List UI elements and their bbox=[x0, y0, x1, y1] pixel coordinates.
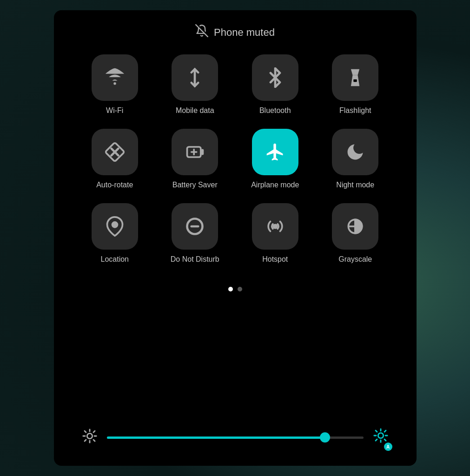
airplane-mode-label: Airplane mode bbox=[251, 181, 299, 189]
brightness-row: A bbox=[82, 423, 389, 452]
mobile-data-label: Mobile data bbox=[176, 106, 214, 115]
brightness-thumb[interactable] bbox=[320, 432, 330, 443]
tile-auto-rotate[interactable]: Auto-rotate bbox=[82, 129, 148, 189]
svg-line-22 bbox=[93, 440, 95, 441]
tile-wifi[interactable]: Wi-Fi bbox=[82, 54, 148, 115]
tile-grayscale[interactable]: Grayscale bbox=[322, 203, 389, 264]
quick-settings-panel: Phone muted Wi-Fi bbox=[54, 10, 417, 466]
battery-saver-label: Battery Saver bbox=[172, 181, 218, 189]
flashlight-icon-bg bbox=[332, 54, 378, 101]
pagination-dots bbox=[228, 287, 242, 291]
do-not-disturb-label: Do Not Disturb bbox=[171, 255, 219, 264]
auto-brightness-badge: A bbox=[384, 443, 392, 451]
tile-bluetooth[interactable]: Bluetooth bbox=[242, 54, 309, 115]
location-icon-bg bbox=[92, 203, 138, 250]
bluetooth-icon-bg bbox=[252, 54, 298, 101]
svg-rect-3 bbox=[354, 79, 357, 82]
svg-line-0 bbox=[196, 25, 208, 37]
svg-point-25 bbox=[378, 433, 383, 438]
svg-line-33 bbox=[384, 430, 386, 432]
svg-line-30 bbox=[375, 430, 377, 432]
battery-saver-icon-bg bbox=[172, 129, 218, 175]
pagination-dot-1[interactable] bbox=[228, 287, 233, 291]
tile-battery-saver[interactable]: Battery Saver bbox=[162, 129, 228, 189]
tile-mobile-data[interactable]: Mobile data bbox=[162, 54, 228, 115]
night-mode-icon-bg bbox=[332, 129, 378, 175]
quick-settings-grid: Wi-Fi Mobile data Bluetooth bbox=[82, 54, 389, 264]
svg-line-31 bbox=[384, 439, 386, 441]
bluetooth-label: Bluetooth bbox=[259, 106, 291, 115]
svg-line-21 bbox=[84, 430, 86, 432]
grayscale-label: Grayscale bbox=[338, 255, 372, 264]
svg-point-16 bbox=[87, 433, 92, 438]
wifi-label: Wi-Fi bbox=[106, 106, 123, 115]
hotspot-icon-bg bbox=[252, 203, 298, 250]
flashlight-label: Flashlight bbox=[339, 106, 371, 115]
airplane-mode-icon-bg bbox=[252, 129, 298, 175]
mobile-data-icon-bg bbox=[172, 54, 218, 101]
tile-flashlight[interactable]: Flashlight bbox=[322, 54, 389, 115]
pagination-dot-2[interactable] bbox=[238, 287, 242, 291]
brightness-track[interactable] bbox=[107, 436, 364, 439]
svg-line-24 bbox=[93, 430, 95, 432]
location-label: Location bbox=[101, 255, 129, 264]
svg-line-32 bbox=[375, 439, 377, 441]
tile-night-mode[interactable]: Night mode bbox=[322, 129, 389, 189]
svg-line-23 bbox=[84, 440, 86, 441]
auto-rotate-label: Auto-rotate bbox=[96, 181, 133, 189]
brightness-low-icon bbox=[82, 428, 98, 447]
tile-hotspot[interactable]: Hotspot bbox=[242, 203, 309, 264]
hotspot-label: Hotspot bbox=[262, 255, 288, 264]
do-not-disturb-icon-bg bbox=[172, 203, 218, 250]
grayscale-icon-bg bbox=[332, 203, 378, 250]
tile-location[interactable]: Location bbox=[82, 203, 148, 264]
tile-airplane-mode[interactable]: Airplane mode bbox=[242, 129, 309, 189]
brightness-fill bbox=[107, 436, 325, 439]
status-bar: Phone muted bbox=[82, 20, 389, 54]
svg-point-1 bbox=[113, 82, 116, 85]
night-mode-label: Night mode bbox=[336, 181, 374, 189]
tile-do-not-disturb[interactable]: Do Not Disturb bbox=[162, 203, 228, 264]
auto-rotate-icon-bg bbox=[92, 129, 138, 175]
svg-point-14 bbox=[273, 225, 277, 228]
mute-icon bbox=[195, 24, 208, 40]
svg-point-11 bbox=[112, 222, 117, 227]
brightness-auto-wrapper: A bbox=[373, 428, 389, 447]
status-mute-text: Phone muted bbox=[214, 26, 275, 39]
wifi-icon-bg bbox=[92, 54, 138, 101]
